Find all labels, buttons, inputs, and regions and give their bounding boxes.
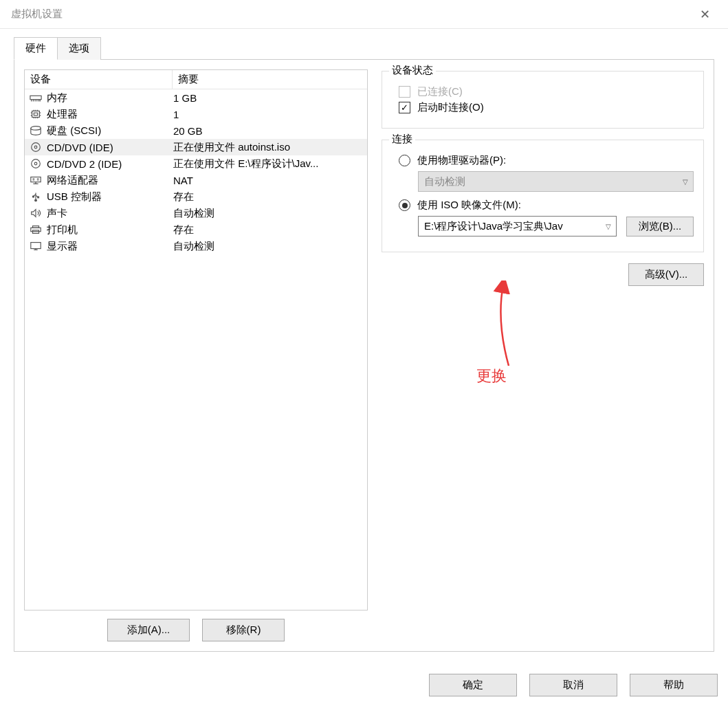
device-name: CD/DVD (IDE)	[47, 142, 173, 153]
device-name: 内存	[47, 91, 173, 104]
svg-rect-10	[38, 197, 39, 198]
usb-icon	[29, 190, 43, 204]
device-summary: 1	[173, 109, 363, 120]
device-row[interactable]: 网络适配器NAT	[25, 172, 367, 188]
advanced-button[interactable]: 高级(V)...	[628, 263, 704, 286]
svg-rect-1	[32, 111, 40, 118]
checkbox-icon	[399, 102, 410, 113]
device-row[interactable]: 处理器1	[25, 106, 367, 122]
checkbox-icon	[399, 86, 410, 98]
device-row[interactable]: 内存1 GB	[25, 89, 367, 106]
ok-button[interactable]: 确定	[429, 674, 517, 696]
device-summary: 正在使用文件 E:\程序设计\Jav...	[173, 157, 363, 170]
tab-hardware[interactable]: 硬件	[14, 37, 58, 60]
chevron-down-icon: ▽	[678, 178, 693, 186]
column-header-summary[interactable]: 摘要	[173, 70, 367, 89]
window-title: 虚拟机设置	[11, 8, 63, 21]
svg-rect-8	[31, 177, 41, 182]
device-status-legend: 设备状态	[389, 64, 436, 77]
help-button[interactable]: 帮助	[630, 674, 718, 696]
cd-icon	[29, 157, 43, 170]
device-row[interactable]: 打印机存在	[25, 221, 367, 238]
right-column: 设备状态 已连接(C) 启动时连接(O) 连接 使用物理驱动器(P): 自动检测…	[382, 69, 704, 641]
svg-point-3	[31, 126, 41, 130]
device-summary: 20 GB	[173, 125, 363, 137]
use-physical-label: 使用物理驱动器(P):	[417, 154, 506, 167]
device-row[interactable]: 声卡自动检测	[25, 205, 367, 221]
device-status-group: 设备状态 已连接(C) 启动时连接(O)	[382, 71, 704, 129]
net-icon	[29, 173, 43, 187]
svg-rect-2	[34, 113, 37, 116]
sound-icon	[29, 206, 43, 220]
device-summary: 正在使用文件 autoinst.iso	[173, 141, 363, 154]
device-name: 打印机	[47, 223, 173, 236]
left-column: 设备 摘要 内存1 GB处理器1硬盘 (SCSI)20 GBCD/DVD (ID…	[24, 69, 368, 641]
disk-icon	[29, 124, 43, 138]
device-summary: 存在	[173, 190, 363, 204]
add-button[interactable]: 添加(A)...	[107, 619, 190, 641]
radio-icon	[399, 199, 410, 211]
device-name: 显示器	[47, 240, 173, 253]
connect-on-start-label: 启动时连接(O)	[417, 101, 484, 114]
physical-drive-combo: 自动检测 ▽	[418, 171, 694, 192]
remove-button[interactable]: 移除(R)	[202, 619, 285, 641]
device-list-header: 设备 摘要	[25, 70, 367, 89]
device-row[interactable]: 显示器自动检测	[25, 238, 367, 254]
title-bar: 虚拟机设置 ✕	[0, 0, 728, 29]
device-list: 设备 摘要 内存1 GB处理器1硬盘 (SCSI)20 GBCD/DVD (ID…	[24, 69, 368, 610]
connect-on-start-checkbox[interactable]: 启动时连接(O)	[392, 101, 694, 114]
connection-group: 连接 使用物理驱动器(P): 自动检测 ▽ 使用 ISO 映像文件(M): E:…	[382, 140, 704, 252]
iso-path-combo[interactable]: E:\程序设计\Java学习宝典\Jav ▽	[418, 216, 617, 236]
connected-checkbox: 已连接(C)	[392, 85, 694, 98]
device-summary: 1 GB	[173, 92, 363, 104]
connected-label: 已连接(C)	[417, 85, 463, 98]
device-buttons: 添加(A)... 移除(R)	[24, 619, 368, 641]
device-summary: NAT	[173, 175, 363, 186]
use-iso-label: 使用 ISO 映像文件(M):	[417, 199, 521, 212]
footer-buttons: 确定 取消 帮助	[419, 666, 728, 704]
cd-icon	[29, 140, 43, 154]
device-name: 声卡	[47, 207, 173, 220]
device-summary: 存在	[173, 223, 363, 236]
chevron-down-icon: ▽	[601, 223, 616, 230]
memory-icon	[29, 91, 43, 104]
svg-point-11	[32, 196, 34, 197]
printer-icon	[29, 223, 43, 236]
column-header-device[interactable]: 设备	[25, 70, 173, 89]
close-icon[interactable]: ✕	[693, 4, 717, 25]
tab-strip: 硬件 选项	[0, 37, 728, 60]
svg-rect-15	[31, 243, 41, 249]
cancel-button[interactable]: 取消	[529, 674, 617, 696]
device-row[interactable]: USB 控制器存在	[25, 188, 367, 205]
svg-point-6	[32, 160, 41, 168]
use-iso-radio[interactable]: 使用 ISO 映像文件(M):	[392, 199, 694, 212]
content-frame: 设备 摘要 内存1 GB处理器1硬盘 (SCSI)20 GBCD/DVD (ID…	[14, 59, 714, 652]
tab-options[interactable]: 选项	[58, 37, 101, 60]
svg-point-9	[35, 199, 37, 201]
device-summary: 自动检测	[173, 207, 363, 220]
device-name: 网络适配器	[47, 174, 173, 187]
display-icon	[29, 239, 43, 253]
use-physical-radio[interactable]: 使用物理驱动器(P):	[392, 154, 694, 167]
device-row[interactable]: CD/DVD (IDE)正在使用文件 autoinst.iso	[25, 139, 367, 155]
device-summary: 自动检测	[173, 240, 363, 253]
cpu-icon	[29, 107, 43, 121]
device-row[interactable]: CD/DVD 2 (IDE)正在使用文件 E:\程序设计\Jav...	[25, 155, 367, 172]
device-row[interactable]: 硬盘 (SCSI)20 GB	[25, 122, 367, 139]
device-name: 硬盘 (SCSI)	[47, 124, 173, 138]
device-name: CD/DVD 2 (IDE)	[47, 158, 173, 170]
radio-icon	[399, 155, 410, 166]
svg-point-4	[32, 143, 41, 152]
browse-button[interactable]: 浏览(B)...	[626, 217, 694, 236]
connection-legend: 连接	[389, 133, 415, 146]
svg-point-5	[34, 146, 37, 148]
device-name: 处理器	[47, 108, 173, 121]
iso-path-value: E:\程序设计\Java学习宝典\Jav	[419, 220, 601, 233]
svg-rect-0	[30, 96, 41, 99]
svg-point-7	[34, 162, 37, 165]
device-name: USB 控制器	[47, 190, 173, 204]
physical-drive-value: 自动检测	[419, 175, 678, 188]
